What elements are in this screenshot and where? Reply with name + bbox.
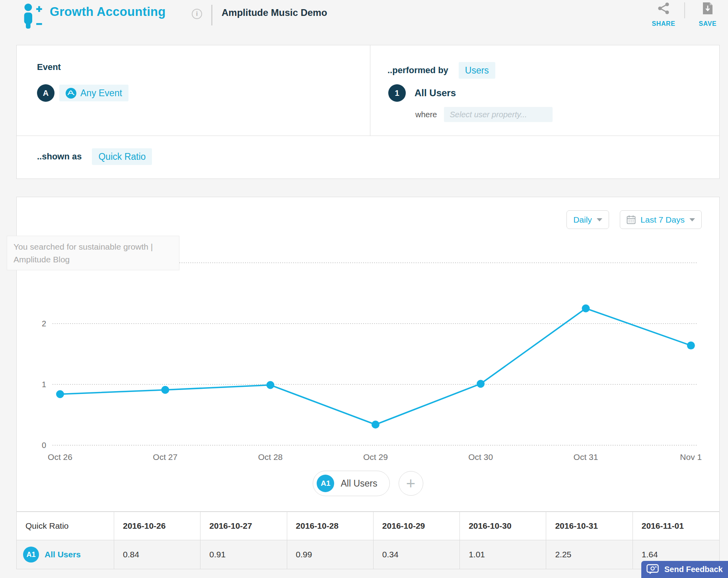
- any-event-chip[interactable]: Any Event: [59, 85, 128, 101]
- table-data-row: A1 All Users 0.840.910.990.341.012.251.6…: [17, 540, 719, 569]
- data-point[interactable]: [161, 386, 169, 394]
- data-point[interactable]: [56, 390, 64, 398]
- save-button[interactable]: SAVE: [694, 2, 722, 27]
- value-cell: 0.99: [287, 540, 374, 569]
- event-heading: Event: [37, 62, 61, 72]
- shown-as-heading: ..shown as: [37, 151, 82, 162]
- legend-pill[interactable]: A1 All Users: [313, 471, 389, 496]
- value-cell: 0.91: [200, 540, 287, 569]
- x-axis-tick: Oct 28: [258, 452, 283, 462]
- amplitude-logo-icon: [66, 88, 76, 99]
- segment-badge: 1: [388, 84, 406, 102]
- where-row: where Select user property...: [415, 107, 553, 122]
- users-chip[interactable]: Users: [459, 62, 495, 79]
- date-column-header: 2016-10-29: [374, 512, 460, 540]
- chevron-down-icon: [689, 218, 695, 221]
- header-divider: [684, 2, 685, 18]
- x-axis-tick: Oct 29: [363, 452, 388, 462]
- feedback-camera-icon: [646, 564, 660, 575]
- x-axis-tick: Oct 30: [468, 452, 493, 462]
- legend-label: All Users: [341, 478, 377, 489]
- interval-value: Daily: [573, 215, 592, 225]
- series-badge: A1: [23, 547, 39, 562]
- share-button[interactable]: SHARE: [648, 2, 679, 27]
- plus-icon: +: [406, 475, 415, 491]
- date-column-header: 2016-11-01: [633, 512, 719, 540]
- growth-accounting-logo-icon: [21, 3, 44, 33]
- date-column-header: 2016-10-31: [546, 512, 633, 540]
- x-axis-tick: Nov 1: [680, 452, 702, 462]
- daterange-dropdown[interactable]: Last 7 Days: [620, 210, 702, 229]
- query-config-panel: Event A Any Event ..performed by Users 1…: [16, 45, 720, 179]
- user-property-input[interactable]: Select user property...: [444, 107, 553, 122]
- date-column-header: 2016-10-26: [114, 512, 200, 540]
- page-title: Growth Accounting: [50, 5, 166, 19]
- data-point[interactable]: [477, 380, 485, 388]
- send-feedback-button[interactable]: Send Feedback: [641, 561, 728, 578]
- info-icon[interactable]: i: [192, 9, 202, 19]
- row-header-cell: Quick Ratio: [17, 512, 114, 540]
- quick-ratio-chart[interactable]: 0123Oct 26Oct 27Oct 28Oct 29Oct 30Oct 31…: [17, 239, 719, 469]
- event-heading-row: Event: [37, 62, 61, 72]
- x-axis-tick: Oct 26: [48, 452, 72, 462]
- data-point[interactable]: [372, 421, 380, 429]
- x-axis-tick: Oct 31: [574, 452, 598, 462]
- interval-dropdown[interactable]: Daily: [566, 210, 609, 229]
- y-axis-tick: 1: [42, 380, 46, 389]
- date-column-header: 2016-10-30: [460, 512, 546, 540]
- date-column-header: 2016-10-28: [287, 512, 374, 540]
- config-horizontal-divider: [17, 136, 719, 136]
- event-row: A Any Event: [37, 84, 128, 102]
- config-vertical-divider: [370, 45, 370, 136]
- y-axis-tick: 2: [42, 319, 46, 328]
- title-divider: [211, 5, 212, 25]
- legend-badge: A1: [317, 475, 334, 492]
- save-label: SAVE: [699, 20, 717, 27]
- search-tooltip: You searched for sustainable growth | Am…: [7, 236, 179, 270]
- data-point[interactable]: [582, 305, 590, 312]
- shown-as-row: ..shown as Quick Ratio: [37, 148, 152, 165]
- segment-row: 1 All Users: [388, 84, 456, 102]
- quick-ratio-chip[interactable]: Quick Ratio: [92, 148, 152, 165]
- add-series-button[interactable]: +: [399, 471, 423, 496]
- daterange-value: Last 7 Days: [640, 215, 685, 225]
- data-point[interactable]: [687, 341, 695, 349]
- series-label-cell: A1 All Users: [17, 540, 114, 569]
- share-label: SHARE: [652, 20, 675, 27]
- where-label: where: [415, 110, 437, 119]
- performed-by-row: ..performed by Users: [387, 62, 495, 79]
- y-axis-tick: 0: [42, 441, 46, 450]
- data-point[interactable]: [267, 381, 274, 389]
- table-header-row: Quick Ratio 2016-10-262016-10-272016-10-…: [17, 512, 719, 540]
- quick-ratio-line: [60, 308, 691, 425]
- any-event-label: Any Event: [80, 88, 122, 99]
- date-column-header: 2016-10-27: [200, 512, 287, 540]
- value-cell: 0.84: [114, 540, 200, 569]
- value-cell: 2.25: [546, 540, 633, 569]
- feedback-label: Send Feedback: [664, 565, 723, 574]
- legend-row: A1 All Users +: [17, 471, 719, 496]
- value-cell: 0.34: [374, 540, 460, 569]
- x-axis-tick: Oct 27: [153, 452, 177, 462]
- performed-by-heading: ..performed by: [387, 65, 448, 76]
- chevron-down-icon: [597, 218, 602, 221]
- series-name[interactable]: All Users: [45, 550, 81, 559]
- segment-name: All Users: [415, 87, 456, 99]
- results-table: Quick Ratio 2016-10-262016-10-272016-10-…: [16, 512, 720, 569]
- share-icon: [657, 2, 670, 17]
- calendar-icon: [627, 215, 636, 224]
- value-cell: 1.01: [460, 540, 546, 569]
- save-icon: [702, 2, 713, 17]
- event-badge: A: [37, 84, 55, 102]
- project-name: Amplitude Music Demo: [222, 7, 327, 18]
